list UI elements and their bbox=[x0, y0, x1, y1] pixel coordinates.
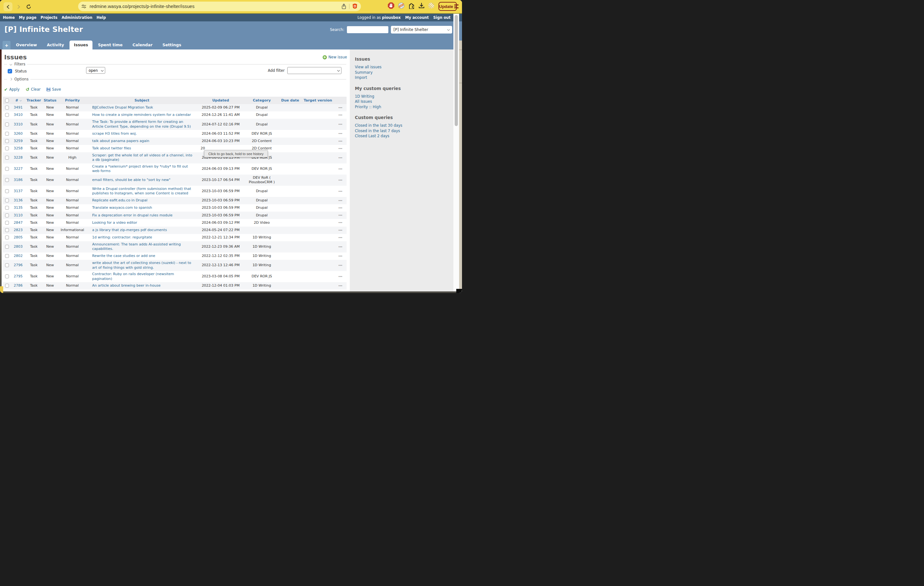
context-menu-icon[interactable]: ⋯ bbox=[338, 274, 343, 279]
sign-out-link[interactable]: Sign out bbox=[433, 15, 450, 20]
issue-id-link[interactable]: 3136 bbox=[14, 198, 23, 202]
issue-subject-link[interactable]: 1d writing: contractor: regurgitate bbox=[92, 235, 152, 239]
update-button[interactable]: Update bbox=[439, 2, 457, 11]
menu-home[interactable]: Home bbox=[3, 15, 15, 20]
context-menu-icon[interactable]: ⋯ bbox=[338, 283, 343, 288]
issue-subject-link[interactable]: Replicate eafit.edu.co in Drupal bbox=[92, 198, 147, 202]
context-menu-icon[interactable]: ⋯ bbox=[338, 139, 343, 144]
row-checkbox[interactable] bbox=[5, 167, 9, 171]
row-checkbox[interactable] bbox=[5, 156, 9, 160]
search-input[interactable] bbox=[347, 26, 388, 33]
adblock-hand-icon[interactable] bbox=[388, 2, 394, 9]
context-menu-icon[interactable]: ⋯ bbox=[338, 131, 343, 136]
column-header-target_version[interactable]: Target version bbox=[301, 97, 335, 104]
issue-id-link[interactable]: 2796 bbox=[14, 263, 23, 267]
my-account-link[interactable]: My account bbox=[405, 15, 429, 20]
sidebar-link-closed-in-the-last-30-days[interactable]: Closed in the last 30 days bbox=[355, 123, 454, 128]
issue-id-link[interactable]: 3491 bbox=[14, 105, 23, 109]
context-menu-icon[interactable]: ⋯ bbox=[338, 245, 343, 249]
issue-subject-link[interactable]: An article about brewing beer in-house bbox=[92, 283, 160, 288]
context-menu-icon[interactable]: ⋯ bbox=[338, 178, 343, 182]
issue-id-link[interactable]: 3227 bbox=[14, 167, 23, 171]
column-header-subject[interactable]: Subject bbox=[87, 97, 197, 104]
row-checkbox[interactable] bbox=[5, 228, 9, 232]
issue-id-link[interactable]: 3410 bbox=[14, 113, 23, 117]
column-header-tracker[interactable]: Tracker bbox=[25, 97, 43, 104]
context-menu-icon[interactable]: ⋯ bbox=[338, 235, 343, 240]
row-checkbox[interactable] bbox=[5, 235, 9, 239]
issue-id-link[interactable]: 2805 bbox=[14, 235, 23, 239]
column-header-priority[interactable]: Priority bbox=[58, 97, 87, 104]
issue-id-link[interactable]: 3135 bbox=[14, 205, 23, 210]
menu-administration[interactable]: Administration bbox=[61, 15, 92, 20]
issue-subject-link[interactable]: BJJCollective Drupal Migration Task bbox=[92, 105, 153, 109]
issue-subject-link[interactable]: Write a Drupal controller (form submissi… bbox=[92, 187, 191, 195]
options-legend[interactable]: Options bbox=[14, 77, 28, 81]
row-checkbox[interactable] bbox=[5, 254, 9, 258]
menu-projects[interactable]: Projects bbox=[41, 15, 58, 20]
row-checkbox[interactable] bbox=[5, 199, 9, 202]
tab-settings[interactable]: Settings bbox=[158, 41, 186, 50]
new-issue-link[interactable]: + New issue bbox=[323, 55, 347, 60]
share-icon[interactable] bbox=[341, 3, 346, 10]
issue-id-link[interactable]: 2795 bbox=[14, 274, 23, 278]
url-bar[interactable]: redmine.wasya.co/projects/p-infinite-she… bbox=[78, 2, 361, 11]
issue-subject-link[interactable]: Talk about twitter files bbox=[92, 146, 131, 150]
issue-id-link[interactable]: 2823 bbox=[14, 228, 23, 232]
sidebar-link-closed-in-the-last-7-days[interactable]: Closed in the last 7 days bbox=[355, 129, 454, 134]
issue-id-link[interactable]: 3310 bbox=[14, 122, 23, 126]
row-checkbox[interactable] bbox=[5, 263, 9, 267]
context-menu-icon[interactable]: ⋯ bbox=[338, 122, 343, 127]
row-checkbox[interactable] bbox=[5, 139, 9, 143]
tab-activity[interactable]: Activity bbox=[43, 41, 69, 50]
issue-id-link[interactable]: 2802 bbox=[14, 254, 23, 258]
context-menu-icon[interactable]: ⋯ bbox=[338, 189, 343, 194]
issue-subject-link[interactable]: Scraper: get the whole list of all video… bbox=[92, 153, 192, 162]
issue-id-link[interactable]: 3137 bbox=[14, 189, 23, 193]
scrollbar-thumb[interactable] bbox=[455, 15, 458, 126]
apply-button[interactable]: ✔ Apply bbox=[4, 87, 20, 92]
tab-calendar[interactable]: Calendar bbox=[128, 41, 157, 50]
context-menu-icon[interactable]: ⋯ bbox=[338, 228, 343, 233]
sidebar-link-priority-high[interactable]: Priority :: High bbox=[355, 105, 454, 110]
issue-id-link[interactable]: 2847 bbox=[14, 220, 23, 225]
context-menu-icon[interactable]: ⋯ bbox=[338, 263, 343, 268]
expand-arrow-icon[interactable] bbox=[10, 78, 12, 80]
issue-id-link[interactable]: 3258 bbox=[14, 146, 23, 150]
row-checkbox[interactable] bbox=[5, 245, 9, 248]
collapse-arrow-icon[interactable] bbox=[10, 63, 12, 65]
page-scrollbar[interactable] bbox=[454, 14, 459, 291]
downloads-icon[interactable] bbox=[418, 2, 425, 9]
row-checkbox[interactable] bbox=[5, 214, 9, 217]
row-checkbox[interactable] bbox=[5, 189, 9, 193]
issue-subject-link[interactable]: Looking for a video editor bbox=[92, 220, 137, 225]
context-menu-icon[interactable]: ⋯ bbox=[338, 105, 343, 110]
column-header-due_date[interactable]: Due date bbox=[279, 97, 301, 104]
select-all-checkbox[interactable] bbox=[5, 99, 9, 103]
globe-extension-icon[interactable] bbox=[398, 2, 404, 9]
sidebar-link-all-issues[interactable]: All Issues bbox=[355, 99, 454, 104]
tab-spent-time[interactable]: Spent time bbox=[93, 41, 127, 50]
add-tab-button[interactable]: + bbox=[3, 41, 10, 50]
add-filter-select[interactable] bbox=[287, 67, 342, 74]
extensions-puzzle-icon[interactable] bbox=[408, 2, 415, 9]
issue-subject-link[interactable]: Announcement: The team adds AI-assisted … bbox=[92, 242, 181, 251]
tab-overview[interactable]: Overview bbox=[12, 41, 41, 50]
issue-id-link[interactable]: 2786 bbox=[14, 283, 23, 288]
issue-id-link[interactable]: 3110 bbox=[14, 213, 23, 217]
sidebar-link-view-all-issues[interactable]: View all issues bbox=[355, 65, 454, 70]
sidebar-link-1d-writing[interactable]: 1D Writing bbox=[355, 94, 454, 99]
row-checkbox[interactable] bbox=[5, 275, 9, 278]
issue-subject-link[interactable]: a js library that zip-merges pdf documen… bbox=[92, 228, 167, 232]
column-header-status[interactable]: Status bbox=[43, 97, 58, 104]
forward-button[interactable] bbox=[14, 2, 23, 11]
row-checkbox[interactable] bbox=[5, 147, 9, 150]
sidebar-link-summary[interactable]: Summary bbox=[355, 70, 454, 75]
issue-subject-link[interactable]: email filters, should be able to "sort b… bbox=[92, 178, 171, 182]
row-checkbox[interactable] bbox=[5, 284, 9, 288]
filters-legend[interactable]: Filters bbox=[14, 62, 25, 66]
issue-id-link[interactable]: 3228 bbox=[14, 156, 23, 160]
project-jump-select[interactable]: [P] Infinite Shelter bbox=[391, 26, 452, 33]
context-menu-icon[interactable]: ⋯ bbox=[338, 113, 343, 118]
context-menu-icon[interactable]: ⋯ bbox=[338, 220, 343, 225]
